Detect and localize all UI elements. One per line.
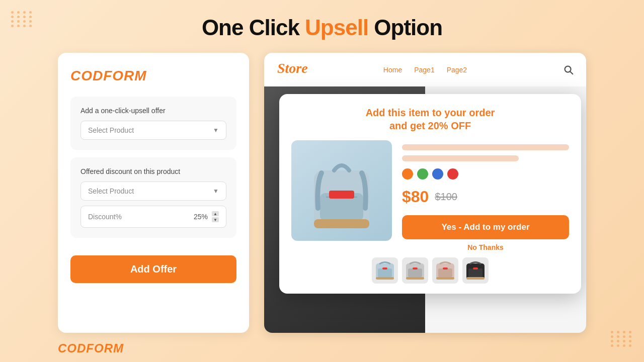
svg-rect-14 (413, 267, 418, 269)
store-logo: Store (276, 59, 351, 80)
discount-section-label: Offered discount on this product (80, 167, 226, 175)
right-panel: Store Home Page1 Page2 🎒 (264, 53, 586, 333)
svg-rect-15 (406, 277, 424, 280)
product-name-bar-2 (402, 155, 519, 161)
select-product-placeholder-1: Select Product (88, 126, 134, 134)
backpack-svg (294, 143, 389, 238)
store-nav: Home Page1 Page2 (351, 66, 500, 74)
swatch-green[interactable] (417, 168, 428, 179)
svg-rect-6 (329, 191, 354, 199)
price-old: $100 (435, 191, 457, 203)
stepper-down[interactable]: ▼ (212, 217, 219, 222)
nav-home[interactable]: Home (383, 66, 402, 74)
upsell-modal-body: $80 $100 Yes - Add to my order No Thanks (291, 140, 569, 251)
select-product-dropdown-2[interactable]: Select Product ▼ (80, 182, 226, 201)
product-name-bar-1 (402, 144, 569, 150)
upsell-details: $80 $100 Yes - Add to my order No Thanks (402, 140, 569, 251)
page-title: One Click Upsell Option (0, 0, 644, 53)
upsell-offer-label: Add a one-click-upsell offer (80, 107, 226, 115)
upsell-product-image (291, 140, 392, 241)
svg-rect-18 (443, 267, 448, 269)
thumbnail-strip (291, 257, 569, 284)
upsell-modal-title: Add this item to your orderand get 20% O… (291, 106, 569, 132)
thumbnail-4[interactable] (462, 257, 489, 284)
store-body: 🎒 ALPINE The Outdoor Backpack Add this i… (264, 86, 586, 333)
codform-logo-bottom: CODFORM (58, 341, 124, 355)
swatch-red[interactable] (447, 168, 458, 179)
svg-rect-11 (376, 277, 394, 280)
thumbnail-2[interactable] (402, 257, 428, 284)
price-row: $80 $100 (402, 188, 569, 206)
discount-percent-value: 25% (194, 213, 208, 221)
thumbnail-1[interactable] (372, 257, 398, 284)
price-new: $80 (402, 188, 429, 206)
svg-rect-23 (466, 277, 485, 280)
discount-stepper[interactable]: ▲ ▼ (212, 211, 219, 222)
left-panel: CODFORM Add a one-click-upsell offer Sel… (58, 53, 249, 333)
search-icon[interactable] (563, 64, 574, 75)
decorative-dots-br (611, 331, 633, 347)
discount-percent-label: Discount% (88, 213, 194, 221)
chevron-down-icon: ▼ (213, 127, 219, 134)
store-header: Store Home Page1 Page2 (264, 53, 586, 86)
swatch-blue[interactable] (432, 168, 443, 179)
upsell-modal: Add this item to your orderand get 20% O… (279, 94, 581, 294)
color-swatches (402, 168, 569, 179)
nav-page1[interactable]: Page1 (414, 66, 434, 74)
stepper-up[interactable]: ▲ (212, 211, 219, 216)
no-thanks-link[interactable]: No Thanks (402, 243, 569, 251)
svg-rect-21 (468, 268, 482, 277)
svg-rect-22 (473, 267, 478, 269)
discount-section: Offered discount on this product Select … (70, 157, 236, 238)
nav-page2[interactable]: Page2 (447, 66, 467, 74)
select-product-placeholder-2: Select Product (88, 187, 134, 195)
yes-add-to-order-button[interactable]: Yes - Add to my order (402, 215, 569, 239)
add-offer-button[interactable]: Add Offer (70, 255, 236, 283)
codform-logo: CODFORM (70, 68, 236, 84)
svg-rect-13 (408, 268, 422, 277)
svg-rect-7 (314, 219, 369, 228)
decorative-dots-tl (11, 11, 33, 27)
upsell-offer-section: Add a one-click-upsell offer Select Prod… (70, 97, 236, 150)
svg-rect-19 (436, 277, 454, 280)
svg-line-2 (570, 71, 573, 74)
svg-rect-17 (438, 268, 452, 277)
discount-row: Discount% 25% ▲ ▼ (80, 206, 226, 228)
thumbnail-3[interactable] (432, 257, 458, 284)
chevron-down-icon-2: ▼ (213, 188, 219, 195)
select-product-dropdown-1[interactable]: Select Product ▼ (80, 121, 226, 140)
svg-text:Store: Store (277, 60, 308, 76)
swatch-orange[interactable] (402, 168, 413, 179)
svg-rect-10 (382, 267, 387, 269)
svg-rect-9 (378, 268, 392, 277)
